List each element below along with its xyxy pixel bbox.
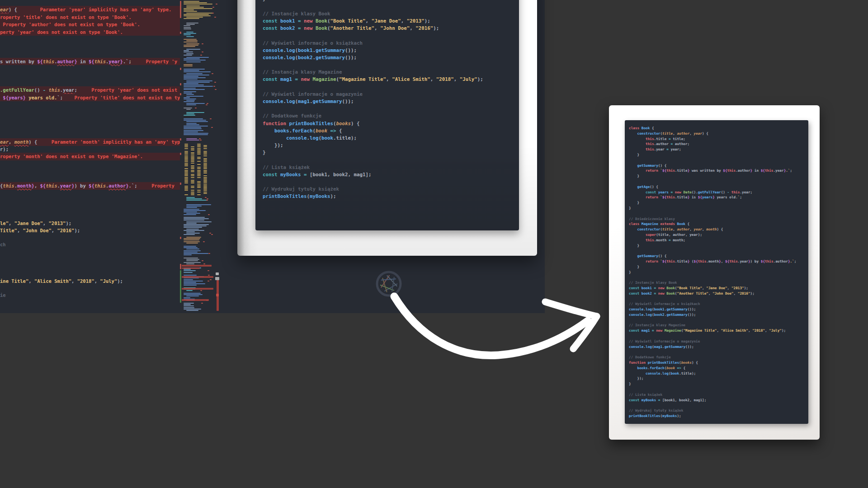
minimap-mark bbox=[197, 167, 201, 168]
minimap-mark bbox=[209, 233, 211, 234]
minimap-mark bbox=[203, 184, 207, 185]
minimap-mark bbox=[184, 239, 199, 240]
camera-shutter-icon[interactable] bbox=[373, 268, 404, 299]
minimap-mark bbox=[213, 86, 215, 87]
code-line: console.log(mag1.getSummary()); bbox=[629, 344, 796, 350]
minimap-mark bbox=[184, 66, 193, 66]
minimap-mark bbox=[184, 152, 188, 153]
minimap-mark bbox=[186, 96, 203, 97]
minimap-mark bbox=[203, 173, 207, 174]
minimap-mark bbox=[184, 50, 189, 51]
minimap-mark bbox=[184, 39, 197, 40]
minimap-mark bbox=[184, 157, 188, 158]
minimap-mark bbox=[208, 214, 210, 215]
minimap-mark bbox=[191, 158, 194, 159]
minimap-mark bbox=[200, 140, 202, 141]
minimap-mark bbox=[186, 140, 199, 141]
minimap-mark bbox=[184, 186, 188, 187]
minimap-mark bbox=[180, 264, 181, 269]
minimap-mark bbox=[184, 64, 193, 65]
editor-minimap[interactable] bbox=[180, 0, 222, 313]
minimap-mark bbox=[184, 60, 206, 61]
minimap-mark bbox=[197, 190, 201, 191]
code-line: const book2 = new Book("Another Title", … bbox=[263, 25, 498, 32]
editor-code-line: ear) { Parameter 'year' implicitly has a… bbox=[0, 6, 180, 14]
minimap-mark bbox=[182, 276, 213, 278]
minimap-mark bbox=[186, 112, 204, 113]
minimap-mark bbox=[184, 14, 209, 15]
code-line: constructor(title, author, year, month) … bbox=[629, 227, 796, 232]
minimap-mark bbox=[186, 200, 208, 201]
minimap-mark bbox=[184, 303, 194, 304]
minimap-mark bbox=[203, 181, 207, 182]
code-line: console.log(book1.getSummary()); bbox=[263, 47, 498, 54]
minimap-mark bbox=[191, 192, 194, 192]
minimap-mark bbox=[184, 148, 188, 149]
minimap-mark bbox=[184, 211, 197, 212]
minimap-mark bbox=[184, 285, 197, 286]
minimap-mark bbox=[184, 70, 199, 71]
minimap-mark bbox=[180, 93, 181, 95]
editor-code-line: Title", "John Doe", "2016"); bbox=[0, 227, 180, 235]
minimap-mark bbox=[186, 204, 211, 205]
minimap-mark bbox=[191, 190, 194, 191]
minimap-mark bbox=[195, 108, 197, 108]
minimap-mark bbox=[197, 184, 201, 185]
result-code-lines: class Book { constructor(title, author, … bbox=[629, 126, 796, 419]
minimap-mark bbox=[184, 120, 206, 121]
minimap-mark bbox=[186, 243, 198, 244]
code-line bbox=[629, 158, 796, 163]
minimap-mark bbox=[182, 299, 209, 301]
minimap-mark bbox=[203, 148, 207, 149]
minimap-mark bbox=[191, 150, 194, 150]
code-line bbox=[629, 403, 796, 408]
minimap-mark bbox=[184, 1, 199, 2]
minimap-mark bbox=[197, 154, 201, 155]
minimap-mark bbox=[197, 194, 201, 195]
minimap-mark bbox=[184, 131, 198, 132]
code-line: // Wyświetl informacje o książkach bbox=[629, 301, 796, 307]
code-line: const book1 = new Book("Book Title", "Ja… bbox=[629, 286, 796, 291]
minimap-mark bbox=[191, 155, 194, 156]
minimap-mark bbox=[208, 275, 210, 276]
minimap-mark bbox=[182, 288, 213, 290]
minimap-mark bbox=[184, 126, 208, 127]
minimap-mark bbox=[197, 157, 201, 158]
minimap-mark bbox=[203, 188, 207, 189]
minimap-mark bbox=[202, 260, 203, 261]
minimap-mark bbox=[184, 188, 188, 189]
minimap-mark bbox=[202, 52, 203, 52]
minimap-mark bbox=[197, 177, 201, 178]
code-line: console.log(book1.getSummary()); bbox=[629, 307, 796, 312]
minimap-mark bbox=[184, 246, 196, 247]
minimap-mark bbox=[184, 304, 191, 305]
minimap-mark bbox=[197, 148, 201, 149]
minimap-mark bbox=[191, 148, 194, 149]
minimap-mark bbox=[184, 91, 196, 92]
minimap-mark bbox=[184, 283, 205, 284]
minimap-mark bbox=[205, 197, 207, 198]
minimap-mark bbox=[186, 207, 197, 208]
minimap-mark bbox=[186, 296, 199, 296]
minimap-mark bbox=[191, 170, 194, 171]
code-line bbox=[629, 275, 796, 280]
minimap-mark bbox=[184, 27, 191, 28]
center-snapshot-polaroid: return `${this.title} (${this.month}, ${… bbox=[237, 0, 537, 256]
minimap-mark bbox=[184, 174, 188, 175]
editor-code-line: r); bbox=[0, 145, 180, 153]
minimap-mark bbox=[184, 164, 188, 165]
minimap-mark bbox=[203, 263, 205, 264]
minimap-mark bbox=[186, 24, 195, 25]
minimap-mark bbox=[197, 187, 201, 188]
minimap-mark bbox=[197, 174, 201, 175]
code-line: // Wyświetl informacje o magazynie bbox=[263, 91, 498, 98]
code-line: } bbox=[629, 264, 796, 270]
code-line: } bbox=[629, 152, 796, 158]
minimap-mark bbox=[212, 73, 213, 74]
minimap-mark bbox=[203, 186, 207, 187]
editor-text-area[interactable]: ear) { Parameter 'year' implicitly has a… bbox=[0, 0, 180, 313]
code-line: getSummary() { bbox=[629, 253, 796, 259]
code-line: } bbox=[629, 206, 796, 211]
code-line bbox=[263, 84, 498, 91]
minimap-mark bbox=[211, 127, 213, 128]
